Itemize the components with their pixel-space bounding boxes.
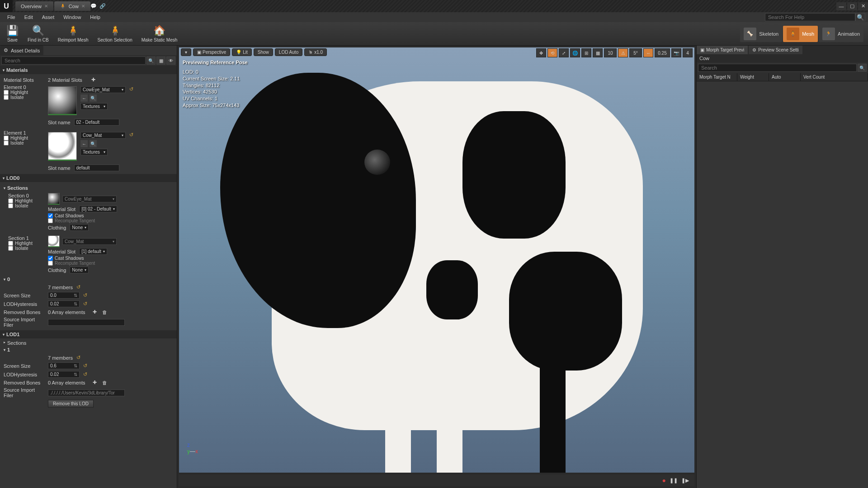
col-name[interactable]: Morph Target N	[697, 73, 737, 81]
angle-snap-icon[interactable]: ⚠	[618, 48, 628, 57]
section-material-dropdown[interactable]: CowEye_Mat	[62, 196, 117, 202]
perspective-button[interactable]: ▣Perspective	[193, 48, 230, 56]
reset-icon[interactable]: ↺	[83, 292, 87, 298]
mode-animation-button[interactable]: 🏃Animation	[819, 26, 863, 42]
move-icon[interactable]: ✥	[536, 48, 546, 57]
camera-value[interactable]: 4	[683, 48, 693, 57]
lit-button[interactable]: 💡Lit	[232, 48, 252, 56]
camera-icon[interactable]: 📷	[671, 48, 681, 57]
isolate-checkbox[interactable]: Isolate	[4, 95, 44, 100]
material-thumb-coweye[interactable]	[48, 86, 77, 115]
help-search-input[interactable]	[765, 13, 855, 21]
textures-dropdown[interactable]: Textures	[80, 103, 108, 110]
pause-button[interactable]: ❚❚	[670, 478, 678, 483]
back-icon[interactable]: ←	[80, 94, 88, 102]
lod1-group-header[interactable]: 1	[4, 346, 173, 354]
reimport-mesh-button[interactable]: 🧍Reimport Mesh	[53, 23, 93, 45]
find-in-cb-button[interactable]: 🔍Find in CB	[23, 23, 53, 45]
reset-icon[interactable]: ↺	[129, 132, 133, 161]
help-search-button[interactable]: 🔍	[855, 13, 865, 21]
menu-help[interactable]: Help	[85, 14, 105, 21]
reset-icon[interactable]: ↺	[83, 301, 87, 307]
scale-value[interactable]: 0.25	[655, 48, 670, 57]
details-search-input[interactable]	[1, 56, 146, 65]
asset-details-tab[interactable]: ⚙Asset Details	[0, 46, 43, 55]
remove-lod-button[interactable]: Remove this LOD	[48, 400, 94, 408]
viewport[interactable]: ▾ ▣Perspective 💡Lit Show LOD Auto 🖱x1.0 …	[177, 46, 696, 488]
cast-shadows-checkbox[interactable]: Cast Shadows	[48, 256, 117, 261]
isolate-checkbox[interactable]: Isolate	[8, 246, 44, 251]
slot-name-input[interactable]	[74, 164, 119, 171]
back-icon[interactable]: ←	[80, 140, 88, 147]
material-dropdown[interactable]: Cow_Mat	[80, 132, 126, 139]
section-selection-button[interactable]: 🧍Section Selection	[93, 23, 137, 45]
material-thumb-cow[interactable]	[48, 132, 77, 161]
scale-icon[interactable]: ⤢	[559, 48, 569, 57]
show-button[interactable]: Show	[254, 48, 273, 56]
lod-button[interactable]: LOD Auto	[275, 48, 302, 56]
menu-window[interactable]: Window	[59, 14, 85, 21]
rotate-icon[interactable]: ⟲	[547, 48, 557, 57]
grid-icon-button[interactable]: ▦	[156, 56, 165, 65]
material-dropdown[interactable]: CowEye_Mat	[80, 86, 126, 93]
material-thumb-small[interactable]	[48, 235, 60, 247]
lod0-header[interactable]: LOD0	[0, 174, 177, 182]
source-import-input[interactable]	[48, 319, 125, 326]
add-slot-button[interactable]: ✚	[91, 77, 95, 83]
reset-icon[interactable]: ↺	[129, 86, 133, 115]
angle-value[interactable]: 5°	[629, 48, 642, 57]
minimize-button[interactable]: —	[836, 2, 846, 10]
browse-icon[interactable]: 🔍	[90, 140, 97, 147]
materials-header[interactable]: Materials	[0, 66, 177, 74]
sections-header[interactable]: Sections	[4, 184, 173, 192]
lod0-group-header[interactable]: 0	[4, 275, 173, 283]
link-icon[interactable]: 🔗	[99, 3, 106, 9]
source-import-input[interactable]	[48, 389, 125, 396]
highlight-checkbox[interactable]: Highlight	[4, 136, 44, 141]
highlight-checkbox[interactable]: Highlight	[8, 241, 44, 246]
mode-skeleton-button[interactable]: 🦴Skeleton	[740, 26, 782, 42]
mode-mesh-button[interactable]: 🧍Mesh	[783, 26, 818, 42]
col-auto[interactable]: Auto	[769, 73, 801, 81]
reset-icon[interactable]: ↺	[76, 355, 80, 361]
viewport-canvas[interactable]: zy—x	[179, 47, 694, 473]
browse-icon[interactable]: 🔍	[90, 94, 97, 102]
chat-icon[interactable]: 💬	[90, 3, 97, 9]
close-button[interactable]: ✕	[858, 2, 868, 10]
menu-asset[interactable]: Asset	[38, 14, 59, 21]
highlight-checkbox[interactable]: Highlight	[4, 90, 44, 95]
reset-icon[interactable]: ↺	[83, 371, 87, 377]
reset-icon[interactable]: ↺	[83, 363, 87, 369]
screen-size-input[interactable]: 0.0	[48, 292, 80, 299]
save-button[interactable]: 💾Save	[2, 23, 23, 45]
recompute-tangent-checkbox[interactable]: Recompute Tangent	[48, 218, 117, 223]
scale-snap-icon[interactable]: ↔	[643, 48, 653, 57]
reset-icon[interactable]: ↺	[76, 284, 80, 290]
highlight-checkbox[interactable]: Highlight	[8, 198, 44, 203]
morph-target-tab[interactable]: ▣Morph Target Previ	[697, 46, 748, 54]
grid-value[interactable]: 10	[604, 48, 617, 57]
trash-icon[interactable]: 🗑	[102, 380, 107, 385]
record-button[interactable]: ●	[662, 477, 666, 484]
close-icon[interactable]: ✕	[44, 4, 48, 9]
textures-dropdown[interactable]: Textures	[80, 149, 108, 155]
recompute-tangent-checkbox[interactable]: Recompute Tangent	[48, 261, 117, 266]
clothing-dropdown[interactable]: None	[70, 267, 89, 273]
close-icon[interactable]: ✕	[81, 4, 85, 9]
make-static-mesh-button[interactable]: 🏠Make Static Mesh	[137, 23, 182, 45]
preview-scene-tab[interactable]: ⚙Preview Scene Setti	[749, 46, 802, 54]
add-icon[interactable]: ✚	[93, 309, 97, 315]
material-slot-dropdown[interactable]: [1] default	[79, 248, 107, 255]
grid-toggle-icon[interactable]: ▦	[593, 48, 603, 57]
world-icon[interactable]: 🌐	[570, 48, 580, 57]
search-icon-button[interactable]: 🔍	[146, 56, 156, 65]
slot-name-input[interactable]	[74, 119, 119, 126]
speed-button[interactable]: 🖱x1.0	[304, 48, 327, 56]
maximize-button[interactable]: ▢	[847, 2, 857, 10]
material-thumb-small[interactable]	[48, 193, 60, 205]
tab-cow[interactable]: 🧍Cow✕	[54, 1, 90, 11]
viewport-menu-button[interactable]: ▾	[181, 48, 191, 56]
tab-overview[interactable]: Overview✕	[15, 1, 53, 11]
isolate-checkbox[interactable]: Isolate	[4, 141, 44, 145]
clothing-dropdown[interactable]: None	[70, 224, 89, 231]
